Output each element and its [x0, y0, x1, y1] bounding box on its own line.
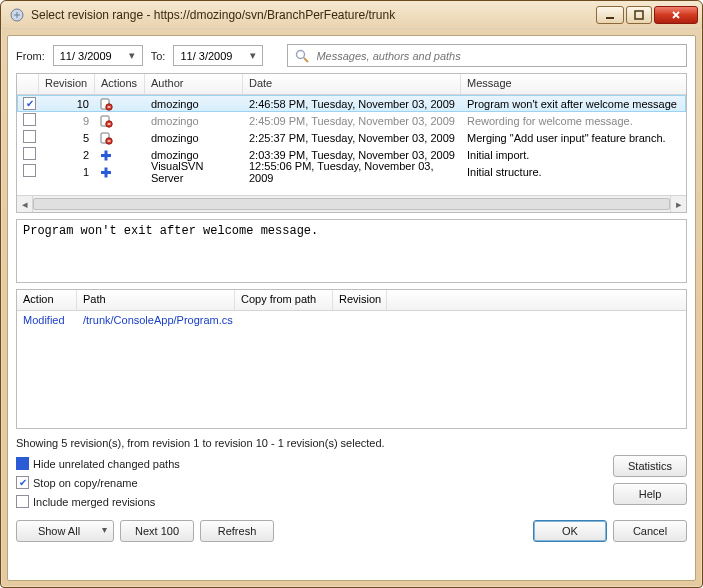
- show-all-button[interactable]: Show All: [16, 520, 114, 542]
- col-path-action[interactable]: Action: [17, 290, 77, 310]
- changed-paths-panel: Action Path Copy from path Revision Modi…: [16, 289, 687, 429]
- cell-author: VisualSVN Server: [145, 159, 243, 185]
- chevron-down-icon: ▾: [125, 47, 140, 64]
- cell-date: 2:46:58 PM, Tuesday, November 03, 2009: [243, 97, 461, 111]
- refresh-button[interactable]: Refresh: [200, 520, 274, 542]
- search-input[interactable]: [316, 50, 680, 62]
- revision-body[interactable]: ✔10dmozingo2:46:58 PM, Tuesday, November…: [17, 95, 686, 195]
- cell-actions: [95, 113, 145, 129]
- checkbox-unchecked-icon[interactable]: [23, 130, 36, 143]
- svg-rect-9: [108, 123, 111, 124]
- cell-actions: [95, 164, 145, 180]
- cell-message: Initial structure.: [461, 165, 686, 179]
- table-row[interactable]: 5dmozingo2:25:37 PM, Tuesday, November 0…: [17, 129, 686, 146]
- maximize-button[interactable]: [626, 6, 652, 24]
- statistics-button[interactable]: Statistics: [613, 455, 687, 477]
- to-date-picker[interactable]: 11/ 3/2009 ▾: [173, 45, 263, 66]
- revision-header: Revision Actions Author Date Message: [17, 74, 686, 95]
- to-label: To:: [151, 50, 166, 62]
- stop-on-copy-checkbox[interactable]: ✔ Stop on copy/rename: [16, 474, 605, 491]
- svg-rect-1: [606, 17, 614, 19]
- cell-actions: [95, 96, 145, 112]
- minimize-button[interactable]: [596, 6, 624, 24]
- hide-unrelated-label: Hide unrelated changed paths: [33, 458, 180, 470]
- titlebar: Select revision range - https://dmozingo…: [1, 1, 702, 29]
- content-area: From: 11/ 3/2009 ▾ To: 11/ 3/2009 ▾ Revi…: [7, 35, 696, 581]
- svg-rect-14: [105, 150, 108, 160]
- include-merged-checkbox[interactable]: Include merged revisions: [16, 493, 605, 510]
- cell-revision: 9: [39, 114, 95, 128]
- svg-rect-12: [108, 140, 111, 141]
- revision-list: Revision Actions Author Date Message ✔10…: [16, 73, 687, 213]
- window-title: Select revision range - https://dmozingo…: [31, 8, 594, 22]
- cell-message: Program won't exit after welcome message: [461, 97, 686, 111]
- dialog-window: Select revision range - https://dmozingo…: [0, 0, 703, 588]
- cell-revision: 1: [39, 165, 95, 179]
- status-text: Showing 5 revision(s), from revision 1 t…: [16, 437, 687, 449]
- col-check[interactable]: [17, 74, 39, 94]
- app-icon: [9, 7, 25, 23]
- cell-author: dmozingo: [145, 97, 243, 111]
- cell-date: 12:55:06 PM, Tuesday, November 03, 2009: [243, 159, 461, 185]
- options-checks: Hide unrelated changed paths ✔ Stop on c…: [16, 455, 605, 510]
- checkbox-unchecked-icon[interactable]: [23, 113, 36, 126]
- col-path-revision[interactable]: Revision: [333, 290, 387, 310]
- checkbox-unchecked-icon[interactable]: [23, 147, 36, 160]
- from-label: From:: [16, 50, 45, 62]
- hide-unrelated-checkbox[interactable]: Hide unrelated changed paths: [16, 455, 605, 472]
- cell-revision: 2: [39, 148, 95, 162]
- cell-date: 2:25:37 PM, Tuesday, November 03, 2009: [243, 131, 461, 145]
- col-copy-from[interactable]: Copy from path: [235, 290, 333, 310]
- checkbox-unchecked-icon[interactable]: [23, 164, 36, 177]
- horizontal-scrollbar[interactable]: ◂ ▸: [17, 195, 686, 212]
- from-date-picker[interactable]: 11/ 3/2009 ▾: [53, 45, 143, 66]
- cell-message: Rewording for welcome message.: [461, 114, 686, 128]
- checkbox-unchecked-icon: [16, 495, 29, 508]
- svg-rect-2: [635, 11, 643, 19]
- paths-body[interactable]: Modified/trunk/ConsoleApp/Program.cs: [17, 311, 686, 328]
- col-path[interactable]: Path: [77, 290, 235, 310]
- col-revision[interactable]: Revision: [39, 74, 95, 94]
- col-message[interactable]: Message: [461, 74, 686, 94]
- checkbox-checked-icon: [16, 457, 29, 470]
- path-row[interactable]: Modified/trunk/ConsoleApp/Program.cs: [17, 311, 686, 328]
- table-row[interactable]: ✔10dmozingo2:46:58 PM, Tuesday, November…: [17, 95, 686, 112]
- add-icon: [99, 165, 113, 179]
- next-100-button[interactable]: Next 100: [120, 520, 194, 542]
- cell-path: /trunk/ConsoleApp/Program.cs: [77, 313, 235, 327]
- col-actions[interactable]: Actions: [95, 74, 145, 94]
- stop-on-copy-label: Stop on copy/rename: [33, 477, 138, 489]
- cell-revision: 10: [39, 97, 95, 111]
- close-button[interactable]: [654, 6, 698, 24]
- scrollbar-thumb[interactable]: [33, 198, 670, 210]
- table-row[interactable]: 9dmozingo2:45:09 PM, Tuesday, November 0…: [17, 112, 686, 129]
- scroll-right-arrow-icon[interactable]: ▸: [670, 196, 686, 212]
- add-icon: [99, 148, 113, 162]
- cell-path-action: Modified: [17, 313, 77, 327]
- options-row: Hide unrelated changed paths ✔ Stop on c…: [16, 455, 687, 510]
- checkbox-checked-icon: ✔: [16, 476, 29, 489]
- help-button[interactable]: Help: [613, 483, 687, 505]
- window-buttons: [594, 6, 698, 24]
- cell-message: Merging "Add user input" feature branch.: [461, 131, 686, 145]
- cell-actions: [95, 147, 145, 163]
- include-merged-label: Include merged revisions: [33, 496, 155, 508]
- ok-button[interactable]: OK: [533, 520, 607, 542]
- cell-author: dmozingo: [145, 131, 243, 145]
- col-rest[interactable]: [387, 290, 686, 310]
- cancel-button[interactable]: Cancel: [613, 520, 687, 542]
- col-date[interactable]: Date: [243, 74, 461, 94]
- svg-point-3: [297, 50, 305, 58]
- checkbox-checked-icon[interactable]: ✔: [23, 97, 36, 110]
- bottom-button-row: Show All Next 100 Refresh OK Cancel: [16, 520, 687, 542]
- search-box[interactable]: [287, 44, 687, 67]
- commit-message-panel[interactable]: Program won't exit after welcome message…: [16, 219, 687, 283]
- cell-path-rev: [333, 319, 387, 321]
- cell-message: Initial import.: [461, 148, 686, 162]
- table-row[interactable]: 1VisualSVN Server12:55:06 PM, Tuesday, N…: [17, 163, 686, 180]
- right-buttons-upper: Statistics Help: [613, 455, 687, 505]
- col-author[interactable]: Author: [145, 74, 243, 94]
- scroll-left-arrow-icon[interactable]: ◂: [17, 196, 33, 212]
- svg-rect-6: [108, 106, 111, 107]
- search-icon: [294, 48, 310, 64]
